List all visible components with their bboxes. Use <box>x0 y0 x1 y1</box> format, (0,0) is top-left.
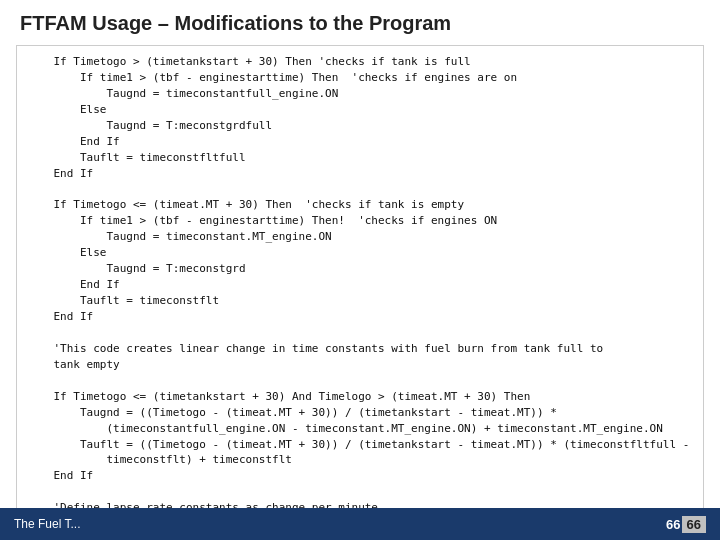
bottom-bar-left-text: The Fuel T... <box>14 517 80 531</box>
slide-number-white: 66 <box>666 517 680 532</box>
code-block: If Timetogo > (timetankstart + 30) Then … <box>27 54 693 537</box>
slide-number-area: 66 66 <box>666 516 706 533</box>
bottom-bar: The Fuel T... 66 66 <box>0 508 720 540</box>
page-container: FTFAM Usage – Modifications to the Progr… <box>0 0 720 540</box>
main-content: If Timetogo > (timetankstart + 30) Then … <box>0 45 720 537</box>
slide-number-box: 66 <box>682 516 706 533</box>
page-title: FTFAM Usage – Modifications to the Progr… <box>20 12 451 34</box>
code-panel: If Timetogo > (timetankstart + 30) Then … <box>16 45 704 537</box>
header: FTFAM Usage – Modifications to the Progr… <box>0 0 720 45</box>
